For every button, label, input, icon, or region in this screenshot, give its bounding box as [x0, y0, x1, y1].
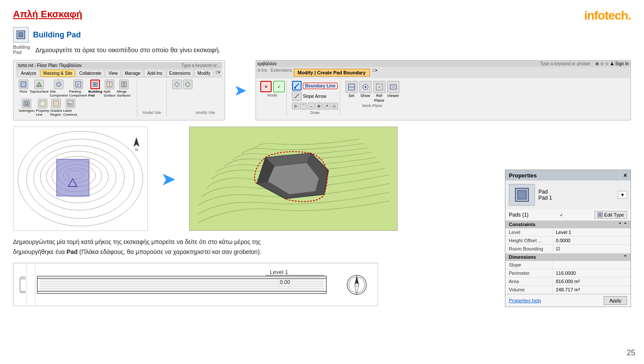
svg-rect-33: [392, 86, 395, 88]
show-label: Show: [360, 94, 370, 98]
icon-slope-arrow[interactable]: [292, 91, 302, 101]
building-label-2: Pad: [13, 50, 22, 55]
label-floor: Floor: [20, 90, 27, 94]
filter-check: ✓: [560, 213, 563, 217]
tab-collaborate[interactable]: Collaborate: [76, 70, 104, 77]
mode-label: Mode: [267, 93, 277, 97]
constraints-header: Constraints ⌃ ⌃: [505, 221, 631, 228]
tab-modify-create-pad[interactable]: Modify | Create Pad Boundary: [294, 69, 370, 77]
ribbon-top-bar: τοπο.rvt - Floor Plan: Περιβάλλον Type a…: [16, 62, 222, 69]
tab-extensions[interactable]: Extensions: [166, 70, 194, 77]
icon-split[interactable]: [105, 80, 114, 89]
prop-row-volume: Volume 248.717 m³: [505, 286, 631, 294]
props-type-line1: Pad: [538, 189, 618, 195]
plane-label: Plane: [374, 98, 384, 103]
icon-cancel[interactable]: ✕: [260, 81, 272, 92]
ribbon-group-mode: ✕ ✓ Mode: [259, 80, 287, 116]
perimeter-value: 116.0000: [553, 269, 631, 277]
dimensions-label: Dimensions: [509, 254, 536, 260]
icon-set[interactable]: [345, 81, 358, 93]
properties-help-link[interactable]: Properties help: [509, 298, 541, 303]
ribbon-content-left: Floor Toposurface SiteComponent: [16, 78, 222, 118]
edit-type-button[interactable]: Edit Type: [594, 211, 627, 219]
props-type-row: Pad Pad 1 ▼: [505, 180, 631, 209]
icon-modify1[interactable]: [172, 80, 182, 89]
tab-add-ins[interactable]: Add-Ins: [144, 70, 165, 77]
label-building-pad: BuildingPad: [88, 90, 102, 97]
label-label-contours: LabelContours: [63, 109, 77, 117]
svg-rect-11: [121, 82, 123, 87]
tab-analyze[interactable]: Analyze: [18, 70, 40, 77]
properties-panel: Properties × Pad Pad 1 ▼ Pads (1) ✓: [505, 170, 631, 307]
svg-text:P: P: [77, 83, 80, 87]
icon-merge[interactable]: [119, 80, 129, 89]
label-merge: MergeSurfaces: [117, 90, 131, 97]
icon-floor[interactable]: [19, 80, 28, 89]
tab-massing-site[interactable]: Massing & Site: [40, 70, 76, 77]
ribbon-right-search: Type a keyword or phrase: [540, 61, 590, 66]
icon-site[interactable]: [54, 80, 63, 89]
icon-ref[interactable]: [373, 81, 385, 93]
svg-marker-45: [134, 138, 139, 147]
ribbon-tabs: Analyze Massing & Site Collaborate View …: [16, 69, 222, 78]
props-footer: Properties help Apply: [505, 294, 631, 307]
model-site-label: Model Site: [143, 110, 161, 117]
icon-show[interactable]: [359, 81, 372, 93]
page: Απλή Εκσκαφή infotech. Building Pad Buil…: [0, 0, 644, 364]
ribbon-right-top: εριβάλλον Type a keyword or phrase ⊕ ☆ ☆…: [256, 60, 631, 67]
label-parking: ParkingComponent: [69, 90, 87, 97]
tab-manage[interactable]: Manage: [122, 70, 143, 77]
icon-viewer[interactable]: [387, 81, 399, 93]
label-site: SiteComponent: [50, 90, 68, 97]
icon-property[interactable]: [38, 99, 47, 108]
slope-arrow-label[interactable]: Slope Arrow: [303, 94, 326, 99]
ribbon-group-draw: Boundary Line Slope Arrow ⊙ ⌒ ⌣: [290, 80, 340, 116]
type-placeholder: Type a keyword or...: [181, 63, 220, 68]
icon-draw6[interactable]: ◇: [331, 103, 338, 110]
icon-building-pad[interactable]: [90, 80, 100, 89]
icon-graded[interactable]: [51, 99, 61, 108]
svg-text:N: N: [135, 147, 138, 152]
boundary-line-label[interactable]: Boundary Line: [303, 83, 338, 89]
svg-marker-3: [37, 82, 42, 87]
ribbon-right-content: ✕ ✓ Mode Boundary Line: [256, 78, 631, 117]
text-line1: Δημιουργώντας μία τομή κατά μήκος της εκ…: [13, 238, 261, 245]
icon-draw1[interactable]: ⊙: [292, 103, 299, 110]
svg-marker-19: [174, 82, 179, 87]
tab-modify[interactable]: Modify: [194, 70, 213, 77]
text-line2-prefix: δημιουργήθηκε ένα: [13, 248, 66, 255]
svg-rect-8: [94, 83, 96, 86]
terrain-diagram: [189, 127, 398, 231]
infotech-logo: infotech.: [584, 9, 631, 23]
ribbon-right-left-text: εριβάλλον: [258, 61, 277, 66]
description-text: Δημιουργείτε τα όρια του οικοπέδου στο ο…: [35, 46, 220, 53]
props-type-dropdown[interactable]: ▼: [618, 191, 627, 199]
icon-parking[interactable]: P: [73, 80, 83, 89]
icon-draw5[interactable]: ↗: [323, 103, 330, 110]
ribbon-right-panel: εριβάλλον Type a keyword or phrase ⊕ ☆ ☆…: [256, 60, 631, 120]
icon-subregion[interactable]: [22, 99, 31, 108]
icon-label[interactable]: 50: [66, 99, 75, 108]
apply-button[interactable]: Apply: [604, 296, 627, 305]
icon-modify2[interactable]: [183, 80, 193, 89]
props-close-button[interactable]: ×: [624, 172, 627, 179]
ribbon-left-panel[interactable]: τοπο.rvt - Floor Plan: Περιβάλλον Type a…: [13, 60, 225, 120]
label-graded: GradedRegion: [50, 109, 62, 117]
height-offset-label: Height Offset ...: [505, 237, 553, 244]
icon-check[interactable]: ✓: [273, 81, 285, 92]
icon-boundary-line[interactable]: [292, 81, 302, 90]
icon-draw4[interactable]: ⊕: [315, 103, 322, 110]
svg-rect-14: [25, 102, 28, 105]
icon-draw3[interactable]: ⌣: [308, 103, 315, 110]
svg-point-4: [56, 82, 61, 87]
tab-view[interactable]: View: [105, 70, 121, 77]
prop-row-area: Area 816.000 m²: [505, 277, 631, 286]
height-offset-value: 0.0000: [553, 237, 631, 244]
icon-draw2[interactable]: ⌒: [300, 103, 307, 110]
props-type-image: [509, 184, 535, 206]
ribbon-right-addins: d-Ins Extensions: [258, 68, 292, 77]
svg-text:0.00: 0.00: [280, 279, 290, 285]
icon-toposurface[interactable]: [34, 80, 44, 89]
area-value: 816.000 m²: [553, 277, 631, 285]
modify-site-label: Modify Site: [196, 110, 216, 117]
